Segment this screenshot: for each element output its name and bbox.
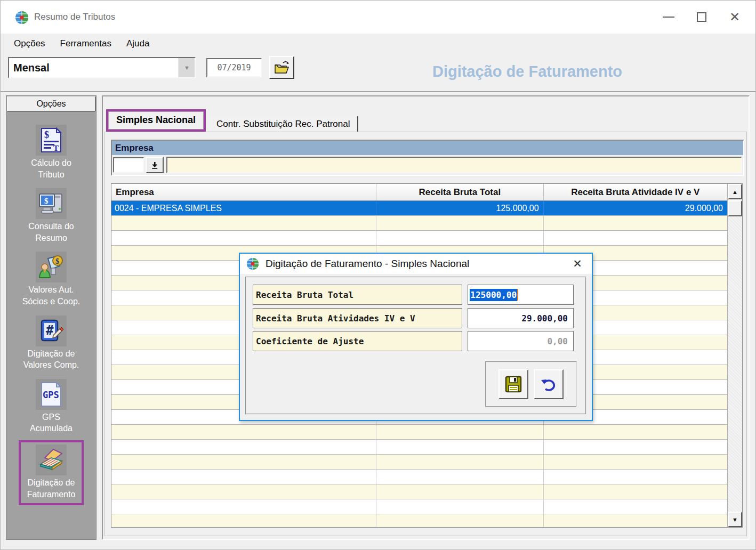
sidebar-item-label: GPS Acumulada <box>30 411 73 434</box>
sidebar-item-digitacao-faturamento[interactable]: Digitação de Faturamento <box>19 440 84 505</box>
cell-receita-bruta-total: 125.000,00 <box>376 201 543 215</box>
floppy-disk-icon <box>504 375 522 393</box>
text-caret <box>517 289 518 301</box>
sidebar-item-label: Consulta do Resumo <box>28 221 74 244</box>
empresa-lookup-button[interactable] <box>146 157 164 173</box>
screen-title: Digitação de Faturamento <box>374 58 681 85</box>
undo-arrow-icon <box>540 375 558 393</box>
save-button[interactable] <box>498 369 528 399</box>
sidebar-item-valores-aut-socios[interactable]: $ Valores Aut. Sócios e Coop. <box>22 252 81 307</box>
empresa-code-input[interactable] <box>113 157 144 173</box>
table-row-empty[interactable] <box>111 484 727 499</box>
tab-contr-substituicao[interactable]: Contr. Substituição Rec. Patronal <box>209 116 358 132</box>
svg-text:$: $ <box>44 130 49 140</box>
tax-calc-document-icon: $ T <box>37 126 65 154</box>
sidebar-item-label: Cálculo do Tributo <box>31 157 71 180</box>
title-bar: Resumo de Tributos ✕ <box>1 1 755 34</box>
field-label: Coeficiente de Ajuste <box>253 331 462 351</box>
menu-ajuda[interactable]: Ajuda <box>126 38 149 49</box>
receita-bruta-total-input[interactable]: 125000,00 <box>468 285 574 305</box>
open-folder-icon <box>274 60 291 75</box>
dialog-title-bar: Digitação de Faturamento - Simples Nacio… <box>240 254 592 274</box>
scroll-down-button[interactable]: ▼ <box>728 512 742 527</box>
sidebar-item-label: Digitação de Valores Comp. <box>23 348 79 371</box>
empresa-name-field[interactable] <box>166 157 742 173</box>
dropdown-arrow-icon <box>151 161 158 169</box>
gps-document-icon: GPS <box>37 381 65 408</box>
period-type-combobox[interactable]: Mensal ▼ <box>8 57 196 78</box>
period-type-value: Mensal <box>9 58 179 77</box>
column-header-receita-atividade[interactable]: Receita Bruta Atividade IV e V <box>544 184 727 200</box>
minimize-button[interactable] <box>652 5 685 29</box>
maximize-icon <box>697 12 706 22</box>
grid-vertical-scrollbar[interactable]: ▲ ▼ <box>727 184 742 527</box>
sidebar-item-consulta-do-resumo[interactable]: $ Consulta do Resumo <box>28 188 74 244</box>
sidebar-item-label: Digitação de Faturamento <box>27 477 76 500</box>
sidebar-item-gps-acumulada[interactable]: GPS GPS Acumulada <box>30 379 73 434</box>
svg-text:GPS: GPS <box>43 390 59 400</box>
sidebar-item-calculo-do-tributo[interactable]: $ T Cálculo do Tributo <box>31 125 71 180</box>
chevron-down-icon: ▼ <box>184 64 190 71</box>
tab-highlight-box: Simples Nacional <box>106 109 206 132</box>
maximize-button[interactable] <box>685 5 718 29</box>
empresa-filter-panel: Empresa <box>111 140 744 176</box>
open-period-button[interactable] <box>269 56 294 79</box>
scrollbar-thumb[interactable] <box>728 200 742 216</box>
svg-text:T: T <box>53 144 59 152</box>
cell-receita-atividade: 29.000,00 <box>544 201 727 215</box>
table-row-empty[interactable] <box>111 216 727 231</box>
close-icon: ✕ <box>729 10 740 25</box>
field-row-receita-bruta-total: Receita Bruta Total 125000,00 <box>253 285 574 305</box>
sidebar-item-label: Valores Aut. Sócios e Coop. <box>22 284 81 307</box>
grid-header: Empresa Receita Bruta Total Receita Brut… <box>111 184 727 201</box>
close-button[interactable]: ✕ <box>718 5 751 29</box>
sidebar-item-digitacao-valores-comp[interactable]: # Digitação de Valores Comp. <box>23 316 79 371</box>
coeficiente-input[interactable]: 0,00 <box>468 331 574 351</box>
table-row-selected[interactable]: 0024 - EMPRESA SIMPLES 125.000,00 29.000… <box>111 201 727 216</box>
values-entry-icon: # <box>37 317 65 345</box>
field-row-coeficiente: Coeficiente de Ajuste 0,00 <box>253 331 574 351</box>
menu-ferramentas[interactable]: Ferramentas <box>60 38 111 49</box>
table-row-empty[interactable] <box>111 425 727 440</box>
table-row-empty[interactable] <box>111 440 727 455</box>
menu-opcoes[interactable]: Opções <box>14 38 45 49</box>
selected-text: 125000,00 <box>470 289 517 301</box>
dialog-buttons-groupbox <box>485 361 577 407</box>
sidebar: Opções $ T Cálculo do Tributo <box>6 95 96 540</box>
column-header-empresa[interactable]: Empresa <box>111 184 376 200</box>
scroll-down-icon: ▼ <box>732 516 738 523</box>
menu-bar: Opções Ferramentas Ajuda <box>1 34 755 54</box>
scroll-up-button[interactable]: ▲ <box>728 184 742 199</box>
dialog-fields-groupbox: Receita Bruta Total 125000,00 Receita Br… <box>245 277 586 415</box>
app-window: Resumo de Tributos ✕ Opções Ferramentas … <box>0 0 756 550</box>
field-row-receita-atividades: Receita Bruta Atividades IV e V 29.000,0… <box>253 308 574 328</box>
tab-simples-nacional[interactable]: Simples Nacional <box>108 111 204 130</box>
partners-values-icon: $ <box>37 253 65 281</box>
svg-text:$: $ <box>44 197 49 205</box>
combo-dropdown-button[interactable]: ▼ <box>179 58 195 77</box>
field-label: Receita Bruta Atividades IV e V <box>253 308 462 328</box>
table-row-empty[interactable] <box>111 455 727 470</box>
column-header-receita-bruta-total[interactable]: Receita Bruta Total <box>376 184 543 200</box>
empresa-panel-header: Empresa <box>112 141 743 155</box>
undo-button[interactable] <box>534 369 564 399</box>
scroll-up-icon: ▲ <box>732 189 738 195</box>
cell-empresa: 0024 - EMPRESA SIMPLES <box>111 201 376 215</box>
app-logo-icon <box>246 257 259 270</box>
minimize-icon <box>663 17 674 18</box>
table-row-empty[interactable] <box>111 470 727 484</box>
dialog-title: Digitação de Faturamento - Simples Nacio… <box>266 258 469 270</box>
window-title: Resumo de Tributos <box>34 1 115 34</box>
period-input[interactable] <box>206 58 262 77</box>
billing-entry-book-icon <box>37 446 65 474</box>
table-row-empty[interactable] <box>111 499 727 514</box>
digitacao-faturamento-dialog: Digitação de Faturamento - Simples Nacio… <box>239 253 593 421</box>
table-row-empty[interactable] <box>111 514 727 528</box>
field-label: Receita Bruta Total <box>253 285 462 305</box>
receita-atividades-input[interactable]: 29.000,00 <box>468 308 574 328</box>
table-row-empty[interactable] <box>111 231 727 246</box>
svg-text:$: $ <box>55 257 59 265</box>
tab-strip: Simples Nacional Contr. Substituição Rec… <box>106 111 358 132</box>
sidebar-header-button[interactable]: Opções <box>7 96 95 111</box>
dialog-close-button[interactable]: ✕ <box>569 257 585 270</box>
